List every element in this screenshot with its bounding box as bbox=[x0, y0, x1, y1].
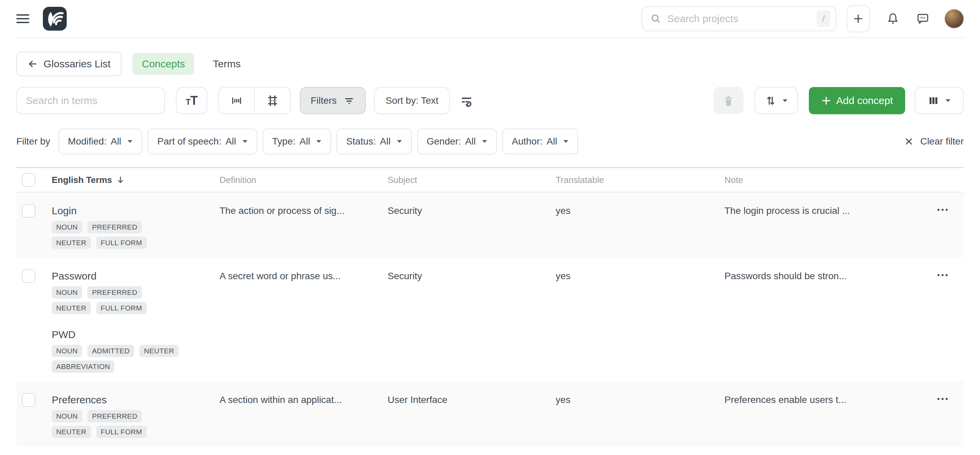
table-row: LoginNOUNPREFERREDNEUTERFULL FORMThe act… bbox=[16, 192, 964, 258]
row-menu-button[interactable] bbox=[936, 208, 950, 212]
term-badges: NOUNPREFERREDNEUTERFULL FORM bbox=[52, 410, 185, 438]
column-header-english-terms[interactable]: English Terms bbox=[52, 175, 220, 185]
table-row: PreferencesNOUNPREFERREDNEUTERFULL FORMA… bbox=[16, 382, 964, 447]
filter-value: All bbox=[299, 136, 310, 147]
term-name[interactable]: Preferences bbox=[52, 393, 220, 407]
term-badge: NEUTER bbox=[140, 345, 179, 357]
row-checkbox[interactable] bbox=[22, 270, 35, 283]
term-badge: NOUN bbox=[52, 345, 82, 357]
filters-button[interactable]: Filters bbox=[300, 87, 366, 114]
terms-toolbar: TT Filters bbox=[0, 86, 980, 115]
sort-by-button[interactable]: Sort by: Text bbox=[374, 87, 450, 114]
sort-by-label: Sort by: Text bbox=[385, 95, 438, 106]
filter-label: Part of speech: bbox=[157, 136, 221, 147]
wrap-lines-button[interactable] bbox=[460, 94, 474, 108]
cell-translatable: yes bbox=[556, 270, 724, 283]
glossary-nav: Glossaries List Concepts Terms bbox=[0, 52, 980, 76]
search-scope-toggle bbox=[218, 87, 291, 114]
row-menu-button[interactable] bbox=[936, 396, 950, 401]
cell-note: Passwords should be stron... bbox=[724, 270, 936, 283]
term-badges: NOUNPREFERREDNEUTERFULL FORM bbox=[52, 286, 185, 314]
caret-down-icon bbox=[945, 99, 951, 102]
column-header-subject[interactable]: Subject bbox=[388, 175, 556, 185]
caret-down-icon bbox=[482, 140, 487, 143]
add-concept-label: Add concept bbox=[836, 95, 893, 106]
term-name[interactable]: Password bbox=[52, 270, 220, 283]
select-all-checkbox[interactable] bbox=[22, 173, 35, 187]
filter-value: All bbox=[111, 136, 121, 147]
caret-down-icon bbox=[397, 140, 402, 143]
add-concept-button[interactable]: Add concept bbox=[809, 87, 905, 114]
hamburger-menu-icon[interactable] bbox=[16, 12, 29, 25]
search-terms-input[interactable] bbox=[26, 95, 156, 106]
row-menu-button[interactable] bbox=[936, 273, 950, 277]
row-checkbox[interactable] bbox=[22, 204, 35, 218]
app-logo-icon[interactable] bbox=[43, 7, 67, 31]
search-projects-box: / bbox=[641, 6, 837, 31]
term-name[interactable]: Login bbox=[52, 204, 220, 218]
term-badge: FULL FORM bbox=[96, 426, 147, 438]
back-to-glossaries-button[interactable]: Glossaries List bbox=[16, 52, 121, 76]
trash-icon bbox=[722, 94, 735, 107]
text-case-icon: TT bbox=[186, 95, 198, 107]
column-header-note[interactable]: Note bbox=[724, 175, 936, 185]
cell-note: The login process is crucial ... bbox=[724, 204, 936, 218]
filter-value: All bbox=[465, 136, 476, 147]
column-header-translatable[interactable]: Translatable bbox=[556, 175, 724, 185]
term-name[interactable]: PWD bbox=[52, 328, 220, 341]
user-avatar[interactable] bbox=[945, 9, 964, 28]
filter-label: Author: bbox=[512, 136, 542, 147]
table-header-row: English Terms Definition Subject Transla… bbox=[16, 167, 964, 192]
term-badges: NOUNADMITTEDNEUTERABBREVIATION bbox=[52, 345, 185, 373]
row-checkbox[interactable] bbox=[22, 393, 35, 407]
filter-dropdown-author[interactable]: Author:All bbox=[502, 128, 578, 154]
feedback-chat-icon[interactable] bbox=[916, 12, 930, 25]
cell-translatable: yes bbox=[556, 393, 724, 407]
cell-subject: User Interface bbox=[388, 393, 556, 407]
filter-label: Type: bbox=[272, 136, 295, 147]
filter-dropdown-part-of-speech[interactable]: Part of speech:All bbox=[148, 128, 257, 154]
filter-dropdown-gender[interactable]: Gender:All bbox=[417, 128, 497, 154]
term-block: PreferencesNOUNPREFERREDNEUTERFULL FORM bbox=[52, 393, 220, 438]
columns-icon bbox=[928, 95, 939, 106]
sort-order-button[interactable] bbox=[754, 87, 798, 114]
filter-dropdown-type[interactable]: Type:All bbox=[263, 128, 331, 154]
term-badge: ADMITTED bbox=[88, 345, 134, 357]
term-badge: ABBREVIATION bbox=[52, 360, 115, 373]
columns-config-button[interactable] bbox=[915, 87, 964, 114]
filter-value: All bbox=[380, 136, 391, 147]
filter-dropdown-status[interactable]: Status:All bbox=[337, 128, 411, 154]
clear-filter-button[interactable]: Clear filter bbox=[904, 136, 964, 147]
cell-subject: Security bbox=[388, 204, 556, 218]
term-badge: FULL FORM bbox=[96, 237, 147, 249]
term-badge: NEUTER bbox=[52, 302, 91, 314]
column-header-definition[interactable]: Definition bbox=[220, 175, 388, 185]
sort-order-icon bbox=[765, 95, 777, 107]
term-badge: PREFERRED bbox=[88, 410, 142, 422]
create-new-button[interactable] bbox=[846, 5, 870, 32]
cell-note: Preferences enable users t... bbox=[724, 393, 936, 407]
caret-down-icon bbox=[242, 140, 248, 143]
match-frame-toggle[interactable] bbox=[255, 88, 290, 114]
search-projects-input[interactable] bbox=[667, 13, 817, 24]
tab-terms[interactable]: Terms bbox=[213, 58, 240, 70]
wrap-icon bbox=[460, 94, 474, 108]
term-badges: NOUNPREFERREDNEUTERFULL FORM bbox=[52, 221, 185, 249]
notifications-bell-icon[interactable] bbox=[886, 12, 900, 25]
plus-icon bbox=[821, 95, 831, 106]
term-block: PasswordNOUNPREFERREDNEUTERFULL FORM bbox=[52, 270, 220, 314]
filter-dropdown-modified[interactable]: Modified:All bbox=[59, 128, 143, 154]
match-strings-toggle[interactable] bbox=[219, 88, 254, 114]
topbar-divider bbox=[16, 37, 964, 38]
match-case-button[interactable]: TT bbox=[176, 87, 207, 114]
caret-down-icon bbox=[782, 99, 788, 102]
delete-selected-button[interactable] bbox=[714, 87, 743, 114]
kebab-icon bbox=[936, 396, 950, 401]
tab-concepts[interactable]: Concepts bbox=[132, 53, 195, 75]
cell-definition: A secret word or phrase us... bbox=[220, 270, 388, 283]
concepts-table: English Terms Definition Subject Transla… bbox=[16, 167, 964, 447]
term-block: LoginNOUNPREFERREDNEUTERFULL FORM bbox=[52, 204, 220, 249]
search-shortcut-badge: / bbox=[817, 11, 830, 27]
kebab-icon bbox=[936, 208, 950, 212]
back-arrow-icon bbox=[27, 59, 38, 70]
